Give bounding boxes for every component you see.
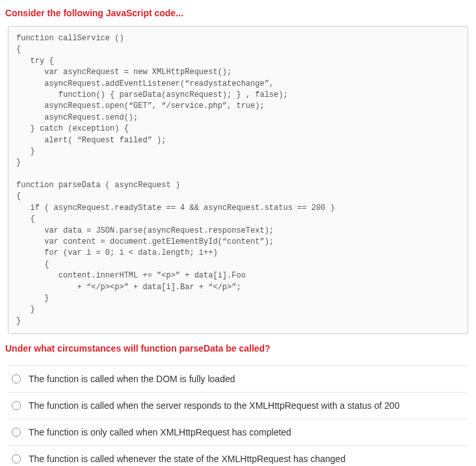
option-radio[interactable] xyxy=(12,401,21,410)
question-text: Under what circumstances will function p… xyxy=(5,343,471,354)
options-list: The function is called when the DOM is f… xyxy=(5,365,471,466)
option-row[interactable]: The function is called when the server r… xyxy=(8,393,468,419)
option-row[interactable]: The function is called when the DOM is f… xyxy=(8,365,468,393)
option-row[interactable]: The function is only called when XMLHttp… xyxy=(8,419,468,446)
option-label: The function is only called when XMLHttp… xyxy=(29,427,291,437)
option-radio[interactable] xyxy=(12,374,21,383)
option-radio[interactable] xyxy=(12,454,21,463)
intro-heading: Consider the following JavaScript code..… xyxy=(5,8,471,18)
option-row[interactable]: The function is called whenever the stat… xyxy=(8,446,468,466)
option-label: The function is called whenever the stat… xyxy=(29,454,345,464)
option-radio[interactable] xyxy=(12,428,21,437)
code-block: function callService () { try { var asyn… xyxy=(8,26,468,334)
option-label: The function is called when the server r… xyxy=(29,400,399,411)
option-label: The function is called when the DOM is f… xyxy=(29,374,235,384)
